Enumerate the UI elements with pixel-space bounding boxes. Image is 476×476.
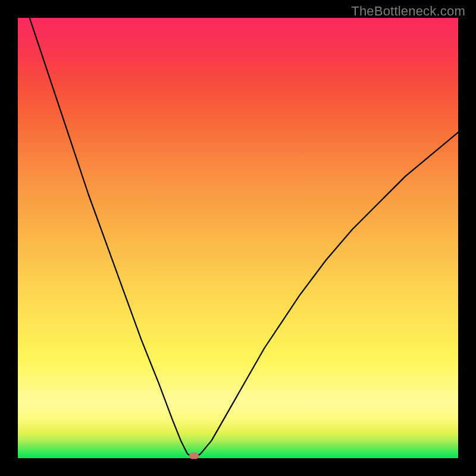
chart-frame: TheBottleneck.com [0, 0, 476, 476]
bottleneck-curve [18, 18, 458, 458]
minimum-marker [189, 453, 199, 459]
watermark-text: TheBottleneck.com [351, 4, 465, 19]
